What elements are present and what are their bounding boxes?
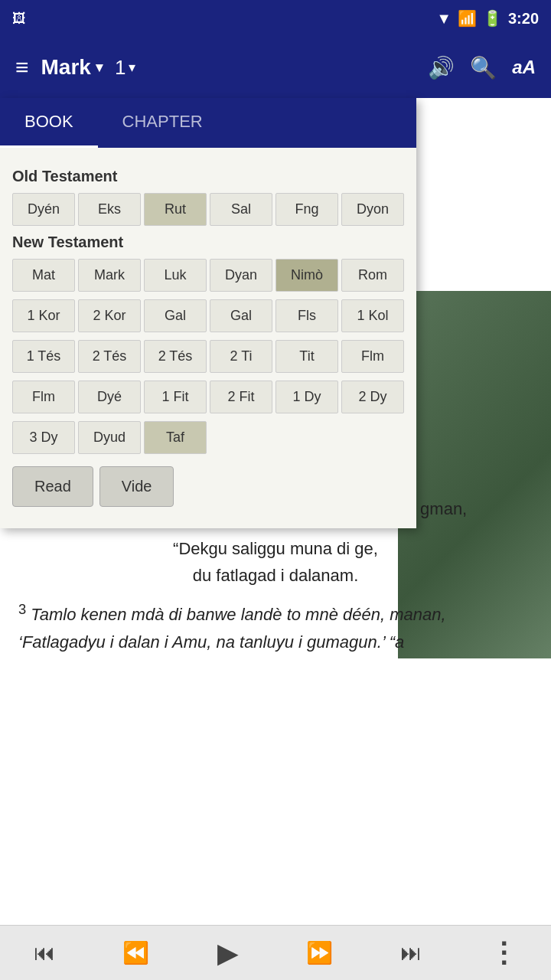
- book-flm2[interactable]: Flm: [12, 381, 75, 413]
- verse-3-superscript: 3: [18, 601, 26, 617]
- book-dropdown-panel: BOOK CHAPTER Old Testament Dyén Eks Rut …: [0, 98, 416, 528]
- book-dyon[interactable]: Dyon: [341, 193, 404, 226]
- chapter-selector[interactable]: 1 ▾: [115, 56, 135, 80]
- book-gal1[interactable]: Gal: [144, 299, 207, 332]
- book-luk[interactable]: Luk: [144, 259, 207, 292]
- read-button[interactable]: Read: [12, 466, 93, 507]
- book-empty1: [210, 421, 272, 454]
- book-taf[interactable]: Taf: [144, 421, 207, 454]
- book-2tes-b[interactable]: 2 Tés: [144, 340, 207, 373]
- book-dyan[interactable]: Dyan: [210, 259, 272, 292]
- book-title: Mark: [41, 55, 91, 80]
- book-1kor[interactable]: 1 Kor: [12, 299, 75, 332]
- signal-icon: 📶: [458, 9, 477, 28]
- book-selector[interactable]: Mark ▾: [41, 55, 103, 80]
- book-empty2: [276, 421, 338, 454]
- speaker-icon[interactable]: 🔊: [428, 55, 455, 80]
- skip-back-icon[interactable]: ⏮: [34, 940, 55, 965]
- nav-bar: ≡ Mark ▾ 1 ▾ 🔊 🔍 aA: [0, 37, 551, 98]
- book-1kol[interactable]: 1 Kol: [341, 299, 404, 332]
- book-mat[interactable]: Mat: [12, 259, 75, 292]
- book-2fit[interactable]: 2 Fit: [210, 381, 272, 413]
- book-fls[interactable]: Fls: [276, 299, 338, 332]
- quote-line-1: “Dekgu saliggu muna di ge,: [18, 535, 533, 562]
- book-1tes[interactable]: 1 Tés: [12, 340, 75, 373]
- skip-fwd-icon[interactable]: ⏭: [400, 940, 422, 965]
- battery-icon: 🔋: [483, 9, 502, 28]
- book-2ti[interactable]: 2 Ti: [210, 340, 272, 373]
- book-dyud[interactable]: Dyud: [78, 421, 141, 454]
- book-flm[interactable]: Flm: [341, 340, 404, 373]
- quote-line-2: du fatlagad i dalanam.: [18, 562, 533, 589]
- book-1fit[interactable]: 1 Fit: [144, 381, 207, 413]
- book-sal[interactable]: Sal: [210, 193, 272, 226]
- book-1dy[interactable]: 1 Dy: [276, 381, 338, 413]
- font-size-icon[interactable]: aA: [512, 57, 536, 78]
- panel-content: Old Testament Dyén Eks Rut Sal Fng Dyon …: [0, 148, 416, 528]
- vide-button[interactable]: Vide: [99, 466, 174, 507]
- next-icon[interactable]: ⏩: [306, 940, 333, 965]
- book-eks[interactable]: Eks: [78, 193, 141, 226]
- book-rom[interactable]: Rom: [341, 259, 404, 292]
- status-bar: 🖼 ▼ 📶 🔋 3:20: [0, 0, 551, 37]
- book-dye[interactable]: Dyé: [78, 381, 141, 413]
- book-empty3: [341, 421, 404, 454]
- new-testament-row-3: Flm Dyé 1 Fit 2 Fit 1 Dy 2 Dy: [12, 381, 404, 413]
- new-testament-row-4: 3 Dy Dyud Taf: [12, 421, 404, 454]
- new-testament-label: New Testament: [12, 234, 404, 251]
- bottom-nav: ⏮ ⏪ ▶ ⏩ ⏭ ⋮: [0, 925, 551, 980]
- verse-3-text: Tamlo kenen mdà di banwe landè to mnè dé…: [18, 605, 446, 651]
- book-2tes-a[interactable]: 2 Tés: [78, 340, 141, 373]
- clock: 3:20: [508, 10, 539, 28]
- book-2dy[interactable]: 2 Dy: [341, 381, 404, 413]
- tab-book[interactable]: BOOK: [0, 98, 98, 148]
- prev-icon[interactable]: ⏪: [122, 940, 149, 965]
- chapter-num: 1: [115, 56, 126, 80]
- book-gal2[interactable]: Gal: [210, 299, 272, 332]
- book-tit[interactable]: Tit: [276, 340, 338, 373]
- wifi-icon: ▼: [436, 10, 452, 28]
- quote-block: “Dekgu saliggu muna di ge, du fatlagad i…: [18, 535, 533, 589]
- panel-tabs: BOOK CHAPTER: [0, 98, 416, 148]
- more-icon[interactable]: ⋮: [490, 937, 517, 969]
- new-testament-row-1: 1 Kor 2 Kor Gal Gal Fls 1 Kol: [12, 299, 404, 332]
- book-fng[interactable]: Fng: [276, 193, 338, 226]
- book-dropdown-arrow: ▾: [96, 59, 103, 76]
- menu-icon[interactable]: ≡: [15, 54, 29, 80]
- book-rut[interactable]: Rut: [144, 193, 207, 226]
- book-2kor[interactable]: 2 Kor: [78, 299, 141, 332]
- book-dyen[interactable]: Dyén: [12, 193, 75, 226]
- verse-3-block: 3 Tamlo kenen mdà di banwe landè to mnè …: [18, 598, 533, 655]
- search-icon[interactable]: 🔍: [470, 55, 497, 80]
- chapter-dropdown-arrow: ▾: [129, 59, 135, 76]
- app-icon: 🖼: [12, 11, 26, 27]
- old-testament-grid: Dyén Eks Rut Sal Fng Dyon: [12, 193, 404, 226]
- book-3dy[interactable]: 3 Dy: [12, 421, 75, 454]
- old-testament-label: Old Testament: [12, 168, 404, 185]
- action-buttons: Read Vide: [12, 466, 404, 513]
- new-testament-row-0: Mat Mark Luk Dyan Nimò Rom: [12, 259, 404, 292]
- tab-chapter[interactable]: CHAPTER: [98, 98, 227, 148]
- book-nimo[interactable]: Nimò: [276, 259, 338, 292]
- book-mark[interactable]: Mark: [78, 259, 141, 292]
- new-testament-row-2: 1 Tés 2 Tés 2 Tés 2 Ti Tit Flm: [12, 340, 404, 373]
- play-icon[interactable]: ▶: [217, 937, 239, 969]
